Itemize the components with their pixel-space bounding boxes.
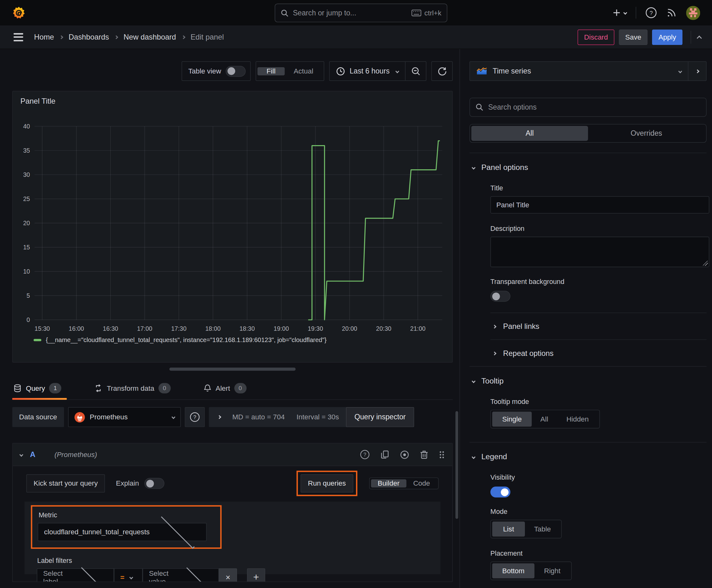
delete-query-icon[interactable] (419, 450, 429, 459)
operator-dropdown[interactable]: = (114, 568, 143, 582)
code-option[interactable]: Code (406, 479, 437, 487)
top-nav: ctrl+k ? (0, 0, 712, 25)
repeat-options-header[interactable]: Repeat options (493, 349, 707, 357)
disable-query-icon[interactable] (400, 449, 410, 460)
legend-series-marker[interactable] (34, 339, 41, 341)
breadcrumb-new-dashboard[interactable]: New dashboard (123, 33, 176, 41)
actual-option[interactable]: Actual (285, 67, 322, 75)
panel-title-input[interactable] (490, 196, 709, 214)
chevron-down-icon (678, 69, 682, 73)
breadcrumb-home[interactable]: Home (34, 33, 54, 41)
resize-handle[interactable] (170, 368, 296, 371)
query-inspector-button[interactable]: Query inspector (346, 407, 414, 427)
panel-title[interactable]: Panel Title (20, 97, 55, 105)
vertical-scrollbar[interactable] (455, 411, 458, 519)
visualization-select[interactable]: Time series (470, 62, 688, 80)
options-search-input[interactable] (488, 103, 701, 111)
global-search[interactable]: ctrl+k (275, 4, 447, 22)
chevron-down-icon (81, 566, 104, 582)
metric-select[interactable]: cloudflared_tunnel_total_requests (38, 523, 207, 541)
select-label-dropdown[interactable]: Select label (37, 568, 114, 582)
transparent-background-toggle[interactable] (490, 291, 511, 302)
query-options[interactable]: MD = auto = 704 Interval = 30s (209, 407, 348, 427)
legend-series-label[interactable]: {__name__="cloudflared_tunnel_total_requ… (46, 337, 326, 344)
menu-icon[interactable] (14, 33, 23, 41)
tab-alert[interactable]: Alert 0 (202, 377, 257, 400)
svg-text:?: ? (193, 414, 196, 420)
fill-option[interactable]: Fill (257, 67, 285, 75)
remove-filter-button[interactable]: × (219, 568, 237, 582)
breadcrumb-dashboards[interactable]: Dashboards (68, 33, 109, 41)
run-queries-button[interactable]: Run queries (301, 474, 353, 492)
options-search[interactable] (470, 98, 707, 117)
discard-button[interactable]: Discard (578, 29, 614, 45)
tab-overrides[interactable]: Overrides (588, 126, 705, 141)
panel-toolbar: Table view Fill Actual Last 6 hours (12, 61, 453, 81)
save-button[interactable]: Save (619, 29, 648, 45)
query-help-icon[interactable]: ? (360, 449, 370, 460)
select-label-placeholder: Select label (43, 569, 72, 582)
kick-start-button[interactable]: Kick start your query (26, 474, 105, 492)
tooltip-title: Tooltip (481, 377, 503, 386)
refresh-button[interactable] (431, 61, 453, 81)
panel-options-header[interactable]: Panel options (472, 163, 706, 172)
legend-list-option[interactable]: List (492, 521, 525, 537)
chevron-right-icon (493, 324, 496, 328)
tab-query[interactable]: Query 1 (12, 377, 71, 400)
help-icon[interactable]: ? (645, 7, 657, 19)
metric-value: cloudflared_tunnel_total_requests (44, 528, 150, 536)
title-label: Title (490, 184, 706, 192)
visualization-name: Time series (493, 67, 531, 76)
tab-transform[interactable]: Transform data 0 (93, 377, 180, 400)
tab-all[interactable]: All (471, 126, 588, 141)
svg-text:5: 5 (27, 292, 30, 299)
apply-button[interactable]: Apply (652, 29, 683, 45)
breadcrumb-bar: Home Dashboards New dashboard Edit panel… (0, 25, 712, 49)
legend-table-option[interactable]: Table (525, 521, 560, 537)
search-input[interactable] (293, 9, 407, 17)
table-view-toggle[interactable] (226, 66, 246, 77)
time-range-picker[interactable]: Last 6 hours (330, 67, 405, 76)
placement-right-option[interactable]: Right (535, 564, 570, 579)
legend-header[interactable]: Legend (472, 453, 706, 462)
collapse-icon[interactable] (697, 36, 702, 41)
add-filter-button[interactable]: + (247, 568, 265, 582)
select-value-dropdown[interactable]: Select value (143, 568, 219, 582)
options-sidebar: Time series All Overrides (459, 49, 712, 588)
builder-option[interactable]: Builder (371, 479, 406, 487)
datasource-help-button[interactable]: ? (185, 407, 205, 427)
datasource-picker[interactable]: Prometheus (68, 407, 180, 427)
tooltip-all-option[interactable]: All (532, 412, 557, 426)
database-icon (13, 384, 22, 392)
zoom-out-button[interactable] (405, 62, 426, 80)
duplicate-query-icon[interactable] (380, 450, 390, 459)
svg-text:20:30: 20:30 (376, 325, 391, 332)
max-data-points: MD = auto = 704 (232, 413, 285, 421)
visibility-toggle[interactable] (490, 486, 511, 498)
tooltip-header[interactable]: Tooltip (472, 377, 706, 386)
avatar[interactable] (686, 6, 700, 20)
bell-icon (203, 384, 212, 392)
news-icon[interactable] (666, 7, 677, 18)
description-textarea[interactable] (490, 237, 709, 267)
query-row-header[interactable]: A (Prometheus) ? (13, 443, 452, 466)
divider (470, 153, 707, 153)
datasource-name: Prometheus (90, 413, 128, 421)
chevron-down-icon[interactable] (19, 453, 23, 456)
tooltip-hidden-option[interactable]: Hidden (557, 412, 598, 426)
svg-text:16:30: 16:30 (103, 325, 118, 332)
placement-bottom-option[interactable]: Bottom (492, 564, 535, 579)
panel-links-header[interactable]: Panel links (493, 322, 707, 331)
drag-handle-icon[interactable] (438, 450, 445, 459)
explain-toggle[interactable] (145, 478, 165, 489)
chevron-right-icon (695, 69, 699, 73)
svg-text:16:00: 16:00 (69, 325, 84, 332)
add-new-button[interactable] (612, 8, 627, 17)
time-series-chart[interactable]: 051015202530354015:3016:0016:3017:0017:3… (13, 91, 452, 362)
chart-legend: {__name__="cloudflared_tunnel_total_requ… (34, 337, 326, 344)
divider (490, 313, 706, 313)
viz-suggestions-button[interactable] (688, 62, 706, 80)
grafana-logo[interactable] (12, 6, 26, 20)
tooltip-single-option[interactable]: Single (492, 412, 532, 426)
chevron-right-icon (493, 351, 496, 355)
